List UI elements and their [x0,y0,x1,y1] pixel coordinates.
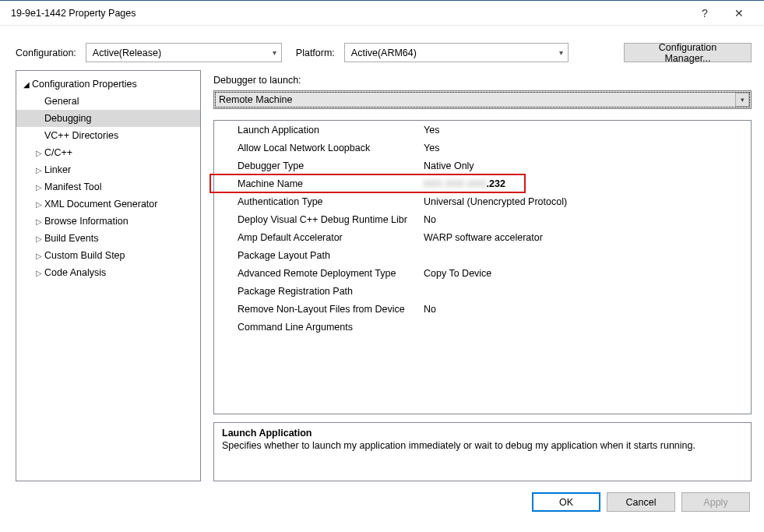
prop-value[interactable]: Yes [421,121,751,139]
main-area: ◢ Configuration Properties GeneralDebugg… [0,70,764,481]
prop-row[interactable]: Debugger TypeNative Only [214,157,751,174]
tree-item-manifest-tool[interactable]: ▷Manifest Tool [16,178,200,196]
prop-value[interactable] [421,318,751,336]
prop-name: Command Line Arguments [214,318,421,336]
prop-value[interactable]: ###.###.###.232 [421,174,751,192]
tree-item-label: XML Document Generator [44,199,157,210]
tree-item-label: Custom Build Step [44,250,125,261]
debugger-to-launch-label: Debugger to launch: [213,75,752,86]
expand-icon: ▷ [33,200,44,209]
prop-row[interactable]: Package Layout Path [214,246,751,264]
tree-item-label: Build Events [44,233,98,244]
apply-button[interactable]: Apply [681,492,750,512]
prop-value[interactable]: WARP software accelerator [421,228,751,246]
description-body: Specifies whether to launch my applicati… [222,440,743,451]
prop-name: Debugger Type [214,157,421,174]
tree-item-label: Linker [44,164,71,175]
tree-item-browse-information[interactable]: ▷Browse Information [16,213,200,230]
prop-row[interactable]: Advanced Remote Deployment TypeCopy To D… [214,264,751,282]
expand-icon: ▷ [33,252,44,260]
dialog-buttons: OK Cancel Apply [0,481,764,512]
prop-row[interactable]: Remove Non-Layout Files from DeviceNo [214,300,751,318]
configuration-label: Configuration: [16,48,76,58]
obscured-text: ###.###.### [424,178,487,189]
chevron-down-icon: ▾ [559,48,563,57]
tree-item-code-analysis[interactable]: ▷Code Analysis [16,264,200,281]
prop-name: Authentication Type [214,192,421,210]
expand-icon: ▷ [33,234,44,243]
tree-item-label: C/C++ [44,147,72,158]
prop-name: Package Registration Path [214,282,421,300]
expand-icon: ▷ [33,149,44,157]
prop-name: Remove Non-Layout Files from Device [214,300,421,318]
prop-value[interactable]: No [421,210,751,228]
tree-item-custom-build-step[interactable]: ▷Custom Build Step [16,247,200,264]
close-icon[interactable]: ✕ [722,2,756,25]
tree-root-configuration-properties[interactable]: ◢ Configuration Properties [16,76,200,93]
top-controls: Configuration: Active(Release) ▾ Platfor… [0,26,764,70]
nav-tree[interactable]: ◢ Configuration Properties GeneralDebugg… [16,70,201,481]
tree-item-build-events[interactable]: ▷Build Events [16,230,200,247]
prop-row[interactable]: Amp Default AcceleratorWARP software acc… [214,228,751,246]
chevron-down-icon: ▾ [735,93,749,107]
prop-value[interactable]: Universal (Unencrypted Protocol) [421,192,751,210]
prop-name: Package Layout Path [214,246,421,264]
tree-item-label: Debugging [44,113,91,124]
prop-value[interactable] [421,282,751,300]
prop-name: Allow Local Network Loopback [214,139,421,157]
tree-item-xml-document-generator[interactable]: ▷XML Document Generator [16,196,200,213]
cancel-button[interactable]: Cancel [607,492,675,512]
description-panel: Launch Application Specifies whether to … [213,422,752,481]
tree-item-debugging[interactable]: Debugging [16,110,200,127]
prop-row[interactable]: Deploy Visual C++ Debug Runtime LibrNo [214,210,751,228]
tree-item-label: Code Analysis [44,267,106,278]
right-pane: Debugger to launch: Remote Machine ▾ Lau… [213,70,752,481]
tree-item-c-c-[interactable]: ▷C/C++ [16,144,200,161]
configuration-value: Active(Release) [93,48,161,58]
platform-label: Platform: [296,48,335,58]
chevron-down-icon: ▾ [273,48,276,57]
prop-row[interactable]: Machine Name###.###.###.232 [214,174,751,192]
prop-name: Amp Default Accelerator [214,228,421,246]
expand-icon: ▷ [33,183,44,192]
collapse-icon: ◢ [21,80,32,89]
prop-name: Machine Name [214,174,421,192]
tree-item-label: General [44,96,79,107]
debugger-to-launch-value: Remote Machine [219,94,293,105]
tree-item-label: VC++ Directories [44,130,118,141]
expand-icon: ▷ [33,166,44,174]
prop-row[interactable]: Launch ApplicationYes [214,121,751,139]
configuration-manager-button[interactable]: Configuration Manager... [624,43,752,62]
prop-value[interactable] [421,246,751,264]
debugger-to-launch-combo[interactable]: Remote Machine ▾ [213,90,752,109]
tree-item-label: Manifest Tool [44,181,101,192]
platform-value: Active(ARM64) [351,48,417,58]
ok-button[interactable]: OK [532,492,600,512]
prop-row[interactable]: Command Line Arguments [214,318,751,336]
configuration-combo[interactable]: Active(Release) ▾ [86,43,282,62]
prop-value[interactable]: No [421,300,751,318]
expand-icon: ▷ [33,217,44,226]
prop-row[interactable]: Authentication TypeUniversal (Unencrypte… [214,192,751,210]
prop-value-suffix: .232 [487,178,505,189]
prop-name: Deploy Visual C++ Debug Runtime Libr [214,210,421,228]
titlebar: 19-9e1-1442 Property Pages ? ✕ [0,1,764,26]
help-icon[interactable]: ? [688,2,722,25]
tree-item-vc-directories[interactable]: VC++ Directories [16,127,200,144]
tree-item-label: Browse Information [44,216,129,227]
prop-name: Advanced Remote Deployment Type [214,264,421,282]
prop-name: Launch Application [214,121,421,139]
window-title: 19-9e1-1442 Property Pages [11,8,688,19]
prop-row[interactable]: Allow Local Network LoopbackYes [214,139,751,157]
platform-combo[interactable]: Active(ARM64) ▾ [344,43,569,62]
tree-item-general[interactable]: General [16,93,200,110]
prop-row[interactable]: Package Registration Path [214,282,751,300]
description-title: Launch Application [222,428,743,439]
prop-value[interactable]: Native Only [421,157,751,174]
tree-item-linker[interactable]: ▷Linker [16,161,200,178]
prop-value[interactable]: Copy To Device [421,264,751,282]
expand-icon: ▷ [33,269,44,277]
tree-label: Configuration Properties [32,79,137,90]
property-grid[interactable]: Launch ApplicationYesAllow Local Network… [213,120,752,414]
prop-value[interactable]: Yes [421,139,751,157]
